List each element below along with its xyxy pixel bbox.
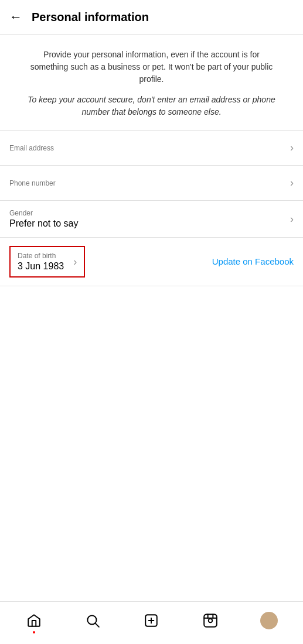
add-nav-item[interactable] [137, 609, 166, 632]
profile-nav-item[interactable] [254, 609, 284, 632]
back-button[interactable]: ← [9, 9, 22, 25]
home-icon [26, 613, 42, 628]
phone-label: Phone number [9, 179, 56, 187]
phone-field-content: Phone number [9, 179, 56, 187]
svg-point-6 [208, 619, 212, 623]
phone-chevron-icon: › [290, 177, 294, 189]
gender-chevron-icon: › [290, 213, 294, 225]
reels-icon [203, 613, 218, 628]
email-chevron-icon: › [290, 142, 294, 154]
dob-content: Date of birth 3 Jun 1983 [18, 252, 64, 272]
dob-field-row[interactable]: Date of birth 3 Jun 1983 › Update on Fac… [0, 238, 303, 286]
page-title: Personal information [32, 11, 149, 24]
fields-container: Email address › Phone number › Gender Pr… [0, 131, 303, 444]
search-nav-item[interactable] [78, 609, 107, 632]
email-label: Email address [9, 144, 54, 152]
avatar [260, 612, 278, 629]
search-icon [85, 613, 100, 628]
reels-nav-item[interactable] [196, 609, 225, 632]
update-on-facebook-link[interactable]: Update on Facebook [212, 256, 294, 266]
info-paragraph-1: Provide your personal information, even … [23, 49, 280, 85]
dob-chevron-icon: › [73, 256, 77, 268]
email-field-content: Email address [9, 144, 54, 152]
content-spacer [0, 444, 303, 601]
svg-rect-5 [204, 614, 217, 627]
gender-value: Prefer not to say [9, 218, 78, 229]
gender-label: Gender [9, 209, 78, 217]
dob-label: Date of birth [18, 252, 64, 260]
dob-value: 3 Jun 1983 [18, 261, 64, 272]
home-active-dot [33, 631, 35, 633]
email-field-row[interactable]: Email address › [0, 131, 303, 166]
gender-field-row[interactable]: Gender Prefer not to say › [0, 201, 303, 238]
header: ← Personal information [0, 0, 303, 35]
dob-left: Date of birth 3 Jun 1983 › [18, 252, 77, 272]
info-block: Provide your personal information, even … [0, 35, 303, 131]
dob-update-container: Update on Facebook [203, 256, 294, 267]
gender-field-content: Gender Prefer not to say [9, 209, 78, 229]
svg-line-1 [96, 624, 99, 627]
info-paragraph-2: To keep your account secure, don't enter… [23, 94, 280, 118]
bottom-nav [0, 601, 303, 644]
add-icon [144, 613, 159, 628]
dob-highlighted-box: Date of birth 3 Jun 1983 › [9, 246, 85, 278]
home-nav-item[interactable] [19, 609, 49, 632]
phone-field-row[interactable]: Phone number › [0, 166, 303, 201]
